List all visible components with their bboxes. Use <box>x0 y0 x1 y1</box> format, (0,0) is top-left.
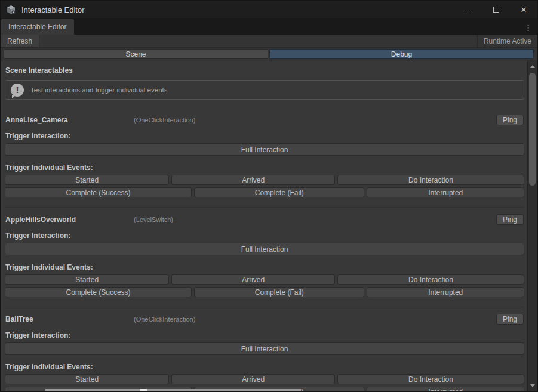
section-header: AnneLise_Camera (OneClickInteraction) Pi… <box>5 115 524 126</box>
events-row-1: Started Arrived Do Interaction <box>5 374 524 384</box>
info-bubble-icon: ! <box>11 84 24 97</box>
section-header: BallTree (OneClickInteraction) Ping <box>5 314 524 325</box>
help-text: Test interactions and trigger individual… <box>30 87 168 94</box>
partial-next-row-highlight <box>140 389 147 391</box>
interactable-section: AnneLise_Camera (OneClickInteraction) Pi… <box>5 108 524 207</box>
started-button[interactable]: Started <box>5 274 169 285</box>
complete-fail-button[interactable]: Complete (Fail) <box>194 287 364 297</box>
interrupted-button[interactable]: Interrupted <box>367 387 524 391</box>
scene-toggle-button[interactable]: Scene <box>4 49 268 59</box>
trigger-interaction-label: Trigger Interaction: <box>5 232 524 240</box>
ping-button[interactable]: Ping <box>496 214 524 225</box>
minimize-icon <box>466 10 472 10</box>
complete-success-button[interactable]: Complete (Success) <box>5 287 192 297</box>
arrived-button[interactable]: Arrived <box>171 175 334 185</box>
trigger-interaction-label: Trigger Interaction: <box>5 132 524 140</box>
scroll-down-button[interactable] <box>528 381 537 390</box>
interactable-type: (OneClickInteraction) <box>134 316 195 323</box>
arrived-button[interactable]: Arrived <box>171 374 334 384</box>
scroll-down-icon <box>530 384 535 387</box>
interactable-name: BallTree <box>5 315 33 323</box>
tab-label: Interactable Editor <box>8 23 66 31</box>
complete-success-button[interactable]: Complete (Success) <box>5 187 192 197</box>
do-interaction-button[interactable]: Do Interaction <box>337 274 524 285</box>
interrupted-button[interactable]: Interrupted <box>367 187 524 197</box>
started-button[interactable]: Started <box>5 175 169 185</box>
scroll-up-button[interactable] <box>528 61 537 71</box>
help-box: ! Test interactions and trigger individu… <box>5 80 524 100</box>
interactable-section: BallTree (OneClickInteraction) Ping Trig… <box>5 307 524 391</box>
close-icon: ✕ <box>521 6 527 14</box>
interactable-section: AppleHillsOverworld (LevelSwitch) Ping T… <box>5 207 524 307</box>
scrollbar-thumb[interactable] <box>529 73 536 186</box>
toolbar: Refresh Runtime Active <box>1 35 537 48</box>
events-row-1: Started Arrived Do Interaction <box>5 274 524 285</box>
do-interaction-button[interactable]: Do Interaction <box>337 374 524 384</box>
trigger-individual-events-label: Trigger Individual Events: <box>5 363 524 371</box>
full-interaction-button[interactable]: Full Interaction <box>5 243 524 255</box>
events-row-2: Complete (Success) Complete (Fail) Inter… <box>5 187 524 197</box>
section-header: AppleHillsOverworld (LevelSwitch) Ping <box>5 214 524 226</box>
tab-strip: Interactable Editor ⋮ <box>1 18 537 35</box>
trigger-individual-events-label: Trigger Individual Events: <box>5 163 524 172</box>
complete-fail-button[interactable]: Complete (Fail) <box>194 187 364 197</box>
tab-menu-kebab-icon[interactable]: ⋮ <box>524 23 537 35</box>
minimize-button[interactable] <box>455 1 482 18</box>
window-controls: ✕ <box>455 1 537 18</box>
interrupted-button[interactable]: Interrupted <box>367 287 524 297</box>
refresh-button[interactable]: Refresh <box>1 35 39 47</box>
titlebar: Interactable Editor ✕ <box>1 1 537 18</box>
ping-button[interactable]: Ping <box>496 314 524 325</box>
interactable-type: (OneClickInteraction) <box>134 116 195 124</box>
scroll-up-icon <box>530 65 535 68</box>
unity-cube-icon <box>6 5 16 15</box>
do-interaction-button[interactable]: Do Interaction <box>337 175 524 185</box>
ping-button[interactable]: Ping <box>496 115 524 125</box>
tab-interactable-editor[interactable]: Interactable Editor <box>1 19 74 35</box>
interactable-type: (LevelSwitch) <box>134 216 173 223</box>
close-button[interactable]: ✕ <box>510 1 537 18</box>
events-row-2: Complete (Success) Complete (Fail) Inter… <box>5 287 524 297</box>
vertical-scrollbar[interactable] <box>527 60 537 391</box>
runtime-active-label: Runtime Active <box>477 35 537 47</box>
interactable-editor-window: Interactable Editor ✕ Interactable Edito… <box>0 0 538 392</box>
window-title: Interactable Editor <box>21 5 85 14</box>
full-interaction-button[interactable]: Full Interaction <box>5 143 524 156</box>
debug-toggle-button[interactable]: Debug <box>269 49 534 59</box>
started-button[interactable]: Started <box>5 374 169 384</box>
interactable-name: AnneLise_Camera <box>5 116 68 124</box>
events-row-1: Started Arrived Do Interaction <box>5 175 524 185</box>
refresh-label: Refresh <box>7 37 32 45</box>
interactable-name: AppleHillsOverworld <box>5 215 76 224</box>
full-interaction-button[interactable]: Full Interaction <box>5 342 524 355</box>
trigger-individual-events-label: Trigger Individual Events: <box>5 263 524 271</box>
scene-interactables-panel: Scene Interactables ! Test interactions … <box>1 60 527 391</box>
panel-heading: Scene Interactables <box>5 66 524 75</box>
partial-next-row <box>45 389 301 391</box>
maximize-button[interactable] <box>482 1 510 18</box>
maximize-icon <box>493 7 499 13</box>
view-mode-toggle: Scene Debug <box>1 48 537 61</box>
arrived-button[interactable]: Arrived <box>171 274 334 285</box>
trigger-interaction-label: Trigger Interaction: <box>5 331 524 339</box>
